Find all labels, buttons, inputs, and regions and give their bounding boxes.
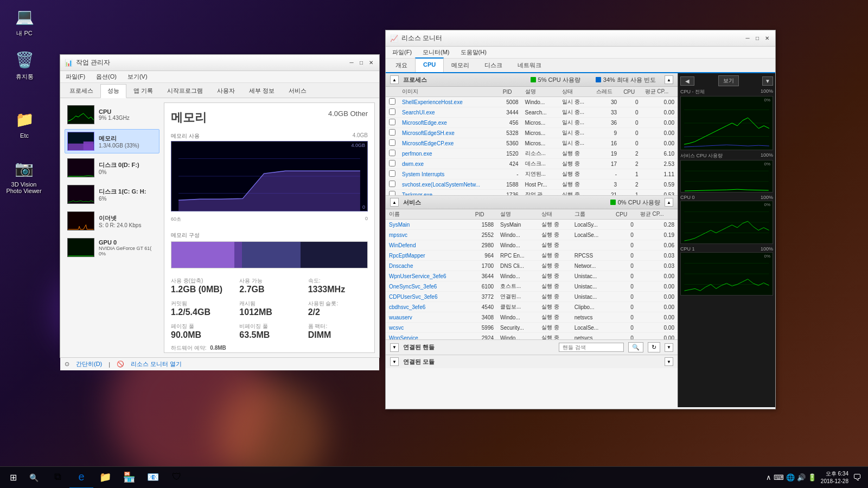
row-checkbox[interactable] xyxy=(389,129,395,136)
rm-modules-expand[interactable]: ▼ xyxy=(665,357,673,366)
col-image[interactable]: 이미지 xyxy=(399,87,500,97)
process-image[interactable]: ShellExperienceHost.exe xyxy=(399,97,500,107)
svc-name[interactable]: RpcEptMapper xyxy=(386,251,472,261)
tm-minimize-button[interactable]: ─ xyxy=(348,59,355,67)
svc-name[interactable]: cbdhsvc_3efe6 xyxy=(386,302,472,312)
tab-performance[interactable]: 성능 xyxy=(100,84,126,98)
table-row[interactable]: Dnscache1700DNS Cli...실행 중Networ...00.03 xyxy=(386,261,678,271)
row-checkbox[interactable] xyxy=(389,108,395,115)
row-checkbox[interactable] xyxy=(389,160,395,166)
rm-process-collapse[interactable]: ▲ xyxy=(390,75,399,84)
col-desc[interactable]: 설명 xyxy=(522,87,559,97)
table-row[interactable]: SysMain1588SysMain실행 중LocalSy...00.28 xyxy=(386,220,678,230)
taskbar-edge[interactable]: e xyxy=(69,467,93,489)
process-image[interactable]: dwm.exe xyxy=(399,159,500,169)
process-image[interactable]: MicrosoftEdgeSH.exe xyxy=(399,128,500,138)
row-checkbox[interactable] xyxy=(389,139,395,146)
process-image[interactable]: perfmon.exe xyxy=(399,149,500,159)
col-avgcpu[interactable]: 평균 CP... xyxy=(642,87,678,97)
rm-handles-search-button[interactable]: 🔍 xyxy=(628,342,643,352)
tab-process[interactable]: 프로세스 xyxy=(62,84,100,98)
rm-tab-network[interactable]: 네트워크 xyxy=(510,59,549,72)
svc-col-status[interactable]: 상태 xyxy=(538,209,571,220)
process-image[interactable]: SearchUI.exe xyxy=(399,107,500,118)
rm-menu-file[interactable]: 파일(F) xyxy=(390,48,414,57)
taskbar-mail[interactable]: 📧 xyxy=(141,467,165,489)
rm-minimize-button[interactable]: ─ xyxy=(744,35,751,42)
svc-col-name[interactable]: 이름 xyxy=(386,209,472,220)
tm-perf-disk1[interactable]: 디스크 1(C: G: H: 6% xyxy=(65,182,159,207)
taskbar-search-button[interactable]: 🔍 xyxy=(24,468,43,487)
rm-process-expand[interactable]: ▲ xyxy=(665,75,673,84)
taskbar-store[interactable]: 🏪 xyxy=(117,467,141,489)
table-row[interactable]: WpnUserService_3efe63644Windo...실행 중Unis… xyxy=(386,271,678,281)
table-row[interactable]: WpnService2924Windo...실행 중netsvcs00.00 xyxy=(386,333,678,340)
rm-view-button[interactable]: 보기 xyxy=(718,75,739,86)
rm-handles-search[interactable] xyxy=(559,343,624,352)
table-row[interactable]: ShellExperienceHost.exe 5008 Windo... 일시… xyxy=(386,97,678,107)
table-row[interactable]: RpcEptMapper964RPC En...실행 중RPCSS00.03 xyxy=(386,251,678,261)
tray-network-icon[interactable]: 🌐 xyxy=(786,473,795,481)
tray-volume-icon[interactable]: 🔊 xyxy=(797,473,806,481)
svc-name[interactable]: WpnUserService_3efe6 xyxy=(386,271,472,281)
table-row[interactable]: perfmon.exe 1520 리소스... 실행 중 19 2 6.10 xyxy=(386,149,678,159)
tm-simplify-link[interactable]: 간단히(D) xyxy=(76,360,102,368)
row-checkbox[interactable] xyxy=(389,170,395,177)
rm-handles-refresh-button[interactable]: ↻ xyxy=(648,342,660,352)
process-image[interactable]: System Interrupts xyxy=(399,169,500,179)
table-row[interactable]: System Interrupts - 지연된... 실행 중 - 1 1.11 xyxy=(386,169,678,179)
desktop-icon-mypc[interactable]: 💻 내 PC xyxy=(5,5,43,37)
table-row[interactable]: wcsvc5996Security...실행 중LocalSe...00.00 xyxy=(386,323,678,333)
rm-services-header[interactable]: ▲ 서비스 0% CPU 사용량 ▲ xyxy=(386,196,678,209)
tm-perf-cpu[interactable]: CPU 9% 1.43GHz xyxy=(65,102,159,127)
tm-maximize-button[interactable]: □ xyxy=(358,59,365,67)
row-checkbox[interactable] xyxy=(389,191,395,195)
row-checkbox[interactable] xyxy=(389,150,395,156)
tm-perf-ethernet[interactable]: 이더넷 S: 0 R: 24.0 Kbps xyxy=(65,209,159,233)
rm-tab-overview[interactable]: 개요 xyxy=(388,59,415,72)
col-cpu[interactable]: CPU xyxy=(620,87,641,97)
row-checkbox[interactable] xyxy=(389,181,395,187)
tm-close-button[interactable]: ✕ xyxy=(367,59,375,67)
tray-chevron-icon[interactable]: ∧ xyxy=(766,473,771,481)
table-row[interactable]: Taskmgr.exe 1736 작업 관... 실행 중 21 1 0.53 xyxy=(386,190,678,196)
svc-name[interactable]: Dnscache xyxy=(386,261,472,271)
svc-name[interactable]: wuauserv xyxy=(386,312,472,323)
taskbar-taskview[interactable]: ⧉ xyxy=(46,467,69,489)
rm-view-expand[interactable]: ▼ xyxy=(762,76,773,86)
tm-perf-disk0[interactable]: 디스크 0(D: F:) 0% xyxy=(65,156,159,180)
col-pid[interactable]: PID xyxy=(500,87,522,97)
svc-col-group[interactable]: 그룹 xyxy=(571,209,612,220)
svc-name[interactable]: CDPUserSvc_3efe6 xyxy=(386,292,472,302)
tray-battery-icon[interactable]: 🔋 xyxy=(808,473,816,481)
table-row[interactable]: SearchUI.exe 3444 Search... 일시 중... 33 0… xyxy=(386,107,678,118)
tm-menu-view[interactable]: 보기(V) xyxy=(125,72,150,81)
process-image[interactable]: MicrosoftEdge.exe xyxy=(399,118,500,128)
tab-startup[interactable]: 시작프로그램 xyxy=(160,84,210,98)
tm-perf-memory[interactable]: 메모리 1.3/4.0GB (33%) xyxy=(65,129,159,153)
svc-name[interactable]: mpssvc xyxy=(386,230,472,240)
rm-menu-monitor[interactable]: 모니터(M) xyxy=(420,48,452,57)
taskbar-start-button[interactable]: ⊞ xyxy=(2,467,24,489)
svc-name[interactable]: wcsvc xyxy=(386,323,472,333)
table-row[interactable]: wuauserv3408Windo...실행 중netsvcs00.00 xyxy=(386,312,678,323)
rm-process-table-area[interactable]: 이미지 PID 설명 상태 스레드 CPU 평균 CP... xyxy=(386,87,678,195)
table-row[interactable]: svchost.exe(LocalSystemNetw... 1588 Host… xyxy=(386,179,678,190)
table-row[interactable]: MicrosoftEdge.exe 456 Micros... 일시 중... … xyxy=(386,118,678,128)
tm-menu-options[interactable]: 옵션(O) xyxy=(94,72,119,81)
row-checkbox[interactable] xyxy=(389,119,395,125)
rm-services-collapse[interactable]: ▲ xyxy=(390,198,399,207)
rm-handles-collapse[interactable]: ▼ xyxy=(390,343,399,352)
tray-notification-icon[interactable]: 🗨 xyxy=(853,473,861,483)
table-row[interactable]: WinDefend2980Windo...실행 중00.06 xyxy=(386,240,678,251)
table-row[interactable]: mpssvc2552Windo...실행 중LocalSe...00.19 xyxy=(386,230,678,240)
tab-apphistory[interactable]: 앱 기록 xyxy=(126,84,160,98)
rm-tab-cpu[interactable]: CPU xyxy=(415,57,444,72)
svc-name[interactable]: WpnService xyxy=(386,333,472,340)
rm-process-header[interactable]: ▲ 프로세스 5% CPU 사용량 34% 최대 사용 빈도 ▲ xyxy=(386,73,678,87)
desktop-icon-etc[interactable]: 📁 Etc xyxy=(5,108,43,139)
col-threads[interactable]: 스레드 xyxy=(593,87,620,97)
rm-handles-expand[interactable]: ▼ xyxy=(665,343,673,352)
table-row[interactable]: MicrosoftEdgeSH.exe 5328 Micros... 일시 중.… xyxy=(386,128,678,138)
svc-col-cpu[interactable]: CPU xyxy=(612,209,637,220)
